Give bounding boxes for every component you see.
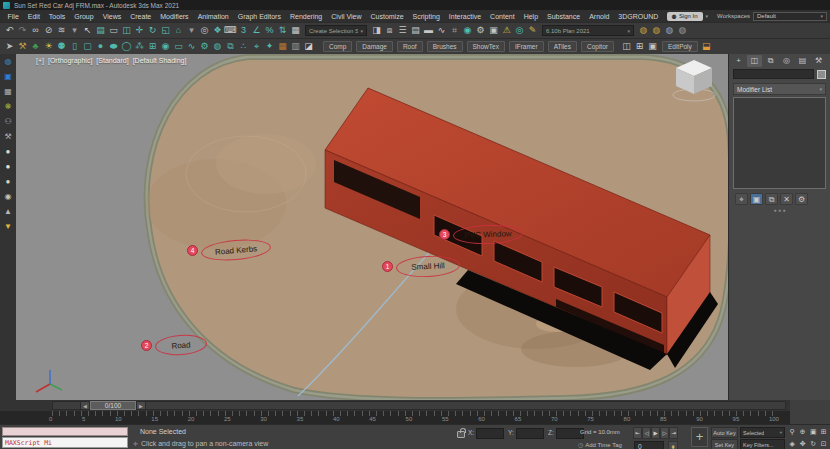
menu-item[interactable]: Animation xyxy=(193,13,233,20)
go-to-end-button[interactable]: ⇥ xyxy=(669,427,678,439)
render-iterative-teapot-icon[interactable]: ◍ xyxy=(650,24,663,37)
time-slider-track[interactable] xyxy=(52,401,786,410)
window-crossing-icon[interactable]: ◫ xyxy=(120,24,133,37)
modifier-stack-list[interactable] xyxy=(733,97,826,189)
warning-icon[interactable]: ⚠ xyxy=(500,24,513,37)
target-tool-icon[interactable]: ⌖ xyxy=(250,40,263,53)
tools-icon[interactable]: ⚒ xyxy=(2,131,14,143)
previous-frame-button[interactable]: ◁ xyxy=(642,427,651,439)
make-unique-button[interactable]: ⧉ xyxy=(765,193,778,205)
sphere-matte-icon[interactable]: ● xyxy=(2,176,14,188)
render-production-teapot-icon[interactable]: ◍ xyxy=(637,24,650,37)
menu-item[interactable]: Substance xyxy=(543,13,585,20)
named-selection-sets-icon[interactable]: ▦ xyxy=(289,24,302,37)
zoom-icon[interactable]: ⚲ xyxy=(787,426,798,438)
menu-item[interactable]: Create xyxy=(126,13,156,20)
tab-motion[interactable]: ◎ xyxy=(779,55,794,67)
layout-b-icon[interactable]: ⊞ xyxy=(633,40,646,53)
grid-tool-icon[interactable]: ⊞ xyxy=(146,40,159,53)
editpoly-button[interactable]: EditPoly xyxy=(662,41,698,52)
script-button[interactable]: Brushes xyxy=(427,41,463,52)
zoom-all-icon[interactable]: ⊕ xyxy=(798,426,809,438)
spinner-snap-icon[interactable]: ⇅ xyxy=(276,24,289,37)
menu-item[interactable]: Customize xyxy=(366,13,408,20)
menu-item[interactable]: Help xyxy=(519,13,542,20)
show-end-result-button[interactable]: ▣ xyxy=(750,193,763,205)
menu-item[interactable]: Scripting xyxy=(408,13,444,20)
rendered-frame-window-icon[interactable]: ▣ xyxy=(487,24,500,37)
object-color-swatch[interactable] xyxy=(817,70,826,79)
dots-tool-icon[interactable]: ∴ xyxy=(237,40,250,53)
key-selection-dropdown[interactable]: Selected ▾ xyxy=(740,427,785,438)
maxscript-mini-listener[interactable]: MAXScript Mi xyxy=(2,437,128,448)
render-last-teapot-icon[interactable]: ◍ xyxy=(676,24,689,37)
add-time-tag[interactable]: ◷Add Time Tag xyxy=(578,441,622,448)
named-selection-set-dropdown[interactable]: Create Selection Se ▾ xyxy=(305,25,367,36)
render-setup-icon[interactable]: ⚙ xyxy=(474,24,487,37)
zoom-region-icon[interactable]: ◈ xyxy=(787,438,798,449)
viewport[interactable]: [+] [Orthographic] [Standard] [Default S… xyxy=(16,54,728,400)
page-tool-icon[interactable]: ▯ xyxy=(68,40,81,53)
star-tool-icon[interactable]: ✦ xyxy=(263,40,276,53)
object-name-field[interactable] xyxy=(733,69,814,79)
menu-item[interactable]: Interactive xyxy=(444,13,485,20)
panel-blue-icon[interactable]: ▣ xyxy=(2,71,14,83)
percent-snap-icon[interactable]: % xyxy=(263,24,276,37)
tab-hierarchy[interactable]: ⧉ xyxy=(763,55,778,67)
menu-item[interactable]: Graph Editors xyxy=(233,13,285,20)
current-frame-field[interactable]: 0 xyxy=(634,441,664,449)
sphere-light-icon[interactable]: ● xyxy=(2,146,14,158)
select-and-link-icon[interactable]: ∞ xyxy=(29,24,42,37)
schematic-view-icon[interactable]: ⌗ xyxy=(448,24,461,37)
script-button[interactable]: Roof xyxy=(397,41,423,52)
chip-tool-icon[interactable]: ▦ xyxy=(276,40,289,53)
sign-in-caret-icon[interactable]: ▾ xyxy=(703,13,712,19)
menu-item[interactable]: File xyxy=(3,13,23,20)
workspace-dropdown[interactable]: Default ▾ xyxy=(753,12,827,21)
panel-splitter[interactable]: ● ● ● xyxy=(729,207,830,212)
select-and-place-icon[interactable]: ⌂ xyxy=(172,24,185,37)
zoom-extents-icon[interactable]: ▣ xyxy=(808,426,819,438)
select-object-icon[interactable]: ↖ xyxy=(81,24,94,37)
mirror-icon[interactable]: ◨ xyxy=(370,24,383,37)
next-frame-button[interactable]: ▷ xyxy=(660,427,669,439)
undo-icon[interactable]: ↶ xyxy=(3,24,16,37)
auto-key-button[interactable]: Auto Key xyxy=(711,427,738,438)
sphere-small-icon[interactable]: ◉ xyxy=(2,191,14,203)
sphere-tool-icon[interactable]: ● xyxy=(94,40,107,53)
layout-c-icon[interactable]: ▣ xyxy=(646,40,659,53)
time-slider-next-arrow[interactable]: ▶ xyxy=(136,401,146,410)
scatter-tool-icon[interactable]: ⁂ xyxy=(133,40,146,53)
configure-modifier-sets-button[interactable]: ⚙ xyxy=(795,193,808,205)
rectangular-selection-region-icon[interactable]: ▭ xyxy=(107,24,120,37)
script-button[interactable]: ATiles xyxy=(548,41,577,52)
set-key-button[interactable]: Set Key xyxy=(711,439,738,449)
redo-icon[interactable]: ↷ xyxy=(16,24,29,37)
play-button[interactable]: ▶ xyxy=(651,427,660,439)
menu-item[interactable]: Views xyxy=(98,13,126,20)
tab-display[interactable]: ▤ xyxy=(795,55,810,67)
menu-item[interactable]: Modifiers xyxy=(156,13,193,20)
wave-tool-icon[interactable]: ∿ xyxy=(185,40,198,53)
script-button[interactable]: IFramer xyxy=(509,41,544,52)
align-icon[interactable]: ⧈ xyxy=(383,24,396,37)
layout-a-icon[interactable]: ◫ xyxy=(620,40,633,53)
torus-tool-icon[interactable]: ◯ xyxy=(120,40,133,53)
cone-icon[interactable]: ▲ xyxy=(2,206,14,218)
material-editor-icon[interactable]: ◉ xyxy=(461,24,474,37)
menu-item[interactable]: 3DGROUND xyxy=(614,13,663,20)
maximize-viewport-icon[interactable]: ⊡ xyxy=(819,438,830,449)
go-to-start-button[interactable]: ⇤ xyxy=(633,427,642,439)
angle-snap-icon[interactable]: ∠ xyxy=(250,24,263,37)
contrast-tool-icon[interactable]: ◪ xyxy=(302,40,315,53)
pin-stack-button[interactable]: ⌖ xyxy=(735,193,748,205)
select-and-manipulate-icon[interactable]: ❖ xyxy=(211,24,224,37)
menu-item[interactable]: Tools xyxy=(44,13,69,20)
coord-x-field[interactable] xyxy=(476,428,504,439)
scene-explorer-icon[interactable]: ☰ xyxy=(396,24,409,37)
pan-view-icon[interactable]: ✥ xyxy=(798,438,809,449)
clone-tool-icon[interactable]: ⧉ xyxy=(224,40,237,53)
box-tool-icon[interactable]: ▢ xyxy=(81,40,94,53)
select-and-rotate-icon[interactable]: ↻ xyxy=(146,24,159,37)
teapot-blue-icon[interactable]: ◍ xyxy=(2,56,14,68)
